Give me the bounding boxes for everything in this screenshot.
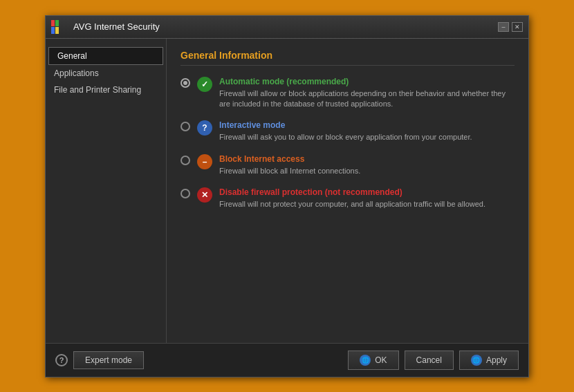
- logo-blue: [51, 27, 55, 34]
- sidebar-item-file-printer[interactable]: File and Printer Sharing: [46, 82, 166, 98]
- radio-disable[interactable]: [180, 189, 190, 198]
- radio-automatic[interactable]: [180, 78, 190, 88]
- close-button[interactable]: ✕: [512, 22, 523, 32]
- sidebar-item-applications[interactable]: Applications: [46, 65, 166, 82]
- logo-yellow: [55, 27, 59, 34]
- option-automatic: ✓ Automatic mode (recommended) Firewall …: [180, 77, 515, 110]
- footer-right: 🌐 OK Cancel 🌐 Apply: [348, 351, 519, 370]
- ok-globe-icon: 🌐: [360, 355, 371, 366]
- minimize-button[interactable]: –: [498, 22, 509, 32]
- cancel-button[interactable]: Cancel: [405, 351, 454, 370]
- expert-mode-button[interactable]: Expert mode: [73, 351, 144, 369]
- window-title: AVG Internet Security: [73, 21, 160, 32]
- footer: ? Expert mode 🌐 OK Cancel 🌐 Apply: [46, 343, 528, 377]
- icon-block: –: [197, 154, 212, 169]
- option-block: – Block Internet access Firewall will bl…: [180, 154, 515, 176]
- desc-disable: Firewall will not protect your computer,…: [219, 199, 485, 209]
- main-content: General Information ✓ Automatic mode (re…: [167, 39, 528, 343]
- help-icon[interactable]: ?: [55, 354, 68, 366]
- option-interactive: ? Interactive mode Firewall will ask you…: [180, 120, 515, 142]
- ok-button[interactable]: 🌐 OK: [348, 351, 398, 370]
- footer-left: ? Expert mode: [55, 351, 144, 369]
- title-bar: AVG Internet Security – ✕: [46, 16, 528, 39]
- apply-button[interactable]: 🌐 Apply: [459, 351, 519, 370]
- logo-green: [55, 20, 59, 27]
- label-block: Block Internet access: [219, 154, 360, 164]
- option-disable: ✕ Disable firewall protection (not recom…: [180, 187, 515, 209]
- avg-logo: [51, 20, 68, 34]
- desc-block: Firewall will block all Internet connect…: [219, 166, 360, 176]
- content-area: General Applications File and Printer Sh…: [46, 39, 528, 343]
- desc-automatic: Firewall will allow or block application…: [219, 88, 515, 110]
- label-automatic: Automatic mode (recommended): [219, 77, 515, 86]
- title-bar-left: AVG Internet Security: [51, 20, 160, 34]
- title-controls: – ✕: [498, 22, 523, 32]
- main-window: AVG Internet Security – ✕ General Applic…: [45, 15, 529, 377]
- sidebar: General Applications File and Printer Sh…: [46, 39, 167, 343]
- icon-disable: ✕: [197, 187, 212, 203]
- apply-globe-icon: 🌐: [471, 355, 482, 366]
- icon-automatic: ✓: [197, 77, 212, 92]
- sidebar-item-general[interactable]: General: [48, 47, 163, 65]
- radio-interactive[interactable]: [180, 122, 190, 131]
- radio-block[interactable]: [180, 156, 190, 165]
- logo-red: [51, 20, 55, 27]
- icon-interactive: ?: [197, 120, 212, 136]
- label-disable: Disable firewall protection (not recomme…: [219, 187, 485, 197]
- desc-interactive: Firewall will ask you to allow or block …: [219, 132, 472, 142]
- label-interactive: Interactive mode: [219, 120, 472, 130]
- section-title: General Information: [180, 50, 515, 66]
